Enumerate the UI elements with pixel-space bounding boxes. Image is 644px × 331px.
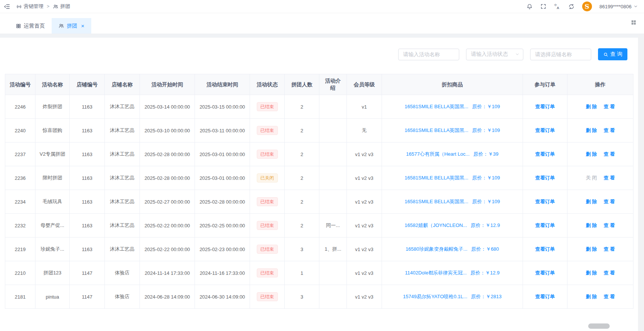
status-badge: 已结束 (257, 102, 278, 112)
cell-activity-id: 2246 (5, 95, 35, 119)
grid-icon (16, 23, 21, 29)
cell-actions: 删 除查 看 (567, 285, 633, 309)
cell-end-time: 2025-02-23 00:00:00 (195, 238, 250, 261)
close-tab-icon[interactable]: × (81, 23, 84, 29)
search-button[interactable]: 查 询 (598, 48, 627, 60)
chevron-down-icon (633, 4, 638, 9)
breadcrumb-separator: > (47, 4, 49, 9)
cell-orders: 查看订单 (523, 119, 567, 143)
cell-actions: 删 除查 看 (567, 214, 633, 238)
cell-activity-id: 2232 (5, 214, 35, 238)
delete-button[interactable]: 删 除 (586, 151, 597, 157)
collapse-sidebar-icon[interactable] (4, 3, 10, 10)
col-member-level: 会员等级 (347, 74, 382, 95)
table-row: 2234 毛绒玩具 1163 沐沐工艺品 2025-02-27 00:00:00… (5, 190, 633, 214)
scrollbar-thumb[interactable] (588, 323, 610, 329)
view-button[interactable]: 查 看 (604, 246, 615, 252)
cell-activity-name: V2专属拼团 (35, 143, 70, 166)
cell-status: 已结束 (250, 238, 285, 261)
view-orders-link[interactable]: 查看订单 (535, 294, 555, 299)
delete-button[interactable]: 删 除 (586, 294, 597, 299)
shop-name-input[interactable] (530, 49, 591, 60)
cell-intro (319, 285, 347, 309)
cell-shop-id: 1163 (70, 214, 105, 238)
view-button[interactable]: 查 看 (604, 127, 615, 133)
status-badge: 已结束 (257, 197, 278, 207)
close-button[interactable]: 关 闭 (586, 175, 597, 181)
product-link[interactable]: 16581SMILE BELLA英国黑...原价：￥109 (405, 127, 500, 133)
cell-intro (319, 166, 347, 190)
user-menu[interactable]: 86199****0806 (600, 4, 638, 9)
cell-activity-id: 2181 (5, 285, 35, 309)
view-orders-link[interactable]: 查看订单 (535, 175, 555, 181)
view-orders-link[interactable]: 查看订单 (535, 270, 555, 276)
apps-grid-icon[interactable] (631, 20, 636, 25)
delete-button[interactable]: 删 除 (586, 199, 597, 204)
status-badge: 已结束 (257, 150, 278, 159)
cell-end-time: 2025-02-28 00:00:00 (195, 190, 250, 214)
col-shop-id: 店铺编号 (70, 74, 105, 95)
cell-end-time: 2025-02-25 00:00:00 (195, 214, 250, 238)
view-orders-link[interactable]: 查看订单 (535, 151, 555, 157)
delete-button[interactable]: 删 除 (586, 270, 597, 276)
view-orders-link[interactable]: 查看订单 (535, 104, 555, 109)
refresh-icon[interactable] (568, 3, 575, 10)
cell-activity-name: 拼团123 (35, 261, 70, 285)
product-link[interactable]: 11402Dole都乐菲律宾无冠...原价：￥12.9 (405, 270, 500, 276)
view-button[interactable]: 查 看 (604, 294, 615, 299)
col-activity-id: 活动编号 (5, 74, 35, 95)
activity-name-input[interactable] (398, 49, 459, 60)
cell-start-time: 2025-02-28 00:00:00 (140, 143, 195, 166)
status-badge: 已结束 (257, 268, 278, 278)
cell-activity-id: 2234 (5, 190, 35, 214)
cell-people-count: 2 (285, 95, 319, 119)
view-button[interactable]: 查 看 (604, 270, 615, 276)
vertical-scrollbar-track[interactable] (638, 34, 644, 331)
delete-button[interactable]: 删 除 (586, 127, 597, 133)
view-orders-link[interactable]: 查看订单 (535, 127, 555, 133)
product-link[interactable]: 15749易尔拓YATO喷枪0.1L...原价：￥2813 (403, 294, 501, 299)
cell-people-count: 2 (285, 214, 319, 238)
cell-status: 已结束 (250, 261, 285, 285)
cell-orders: 查看订单 (523, 261, 567, 285)
cell-start-time: 2025-02-22 00:00:00 (140, 214, 195, 238)
view-orders-link[interactable]: 查看订单 (535, 199, 555, 204)
view-orders-link[interactable]: 查看订单 (535, 222, 555, 228)
cell-activity-name: pintua (35, 285, 70, 309)
product-link[interactable]: 16580珍妮象变身戴帽兔子...原价：￥680 (406, 246, 499, 252)
cell-member-level: v1 (347, 95, 382, 119)
view-button[interactable]: 查 看 (604, 222, 615, 228)
translate-icon[interactable]: 中A (554, 3, 561, 10)
col-status: 活动状态 (250, 74, 285, 95)
cell-shop-id: 1147 (70, 261, 105, 285)
tab-group-buy[interactable]: 拼团 × (52, 18, 91, 34)
cell-shop-id: 1163 (70, 119, 105, 143)
notification-bell-icon[interactable] (526, 3, 533, 10)
cell-activity-id: 2236 (5, 166, 35, 190)
delete-button[interactable]: 删 除 (586, 246, 597, 252)
breadcrumb-page[interactable]: 拼团 (53, 3, 70, 10)
breadcrumb-section[interactable]: 营销管理 (16, 3, 43, 10)
view-orders-link[interactable]: 查看订单 (535, 246, 555, 252)
product-link[interactable]: 16577心有所属（Heart Loc...原价：￥39 (406, 151, 498, 157)
cell-shop-name: 沐沐工艺品 (105, 119, 140, 143)
view-button[interactable]: 查 看 (604, 151, 615, 157)
activity-status-select[interactable]: 请输入活动状态 (466, 49, 523, 60)
product-link[interactable]: 16581SMILE BELLA英国黑...原价：￥109 (405, 104, 500, 109)
tab-group-buy-label: 拼团 (67, 23, 77, 29)
view-button[interactable]: 查 看 (604, 104, 615, 109)
fullscreen-icon[interactable] (540, 3, 546, 9)
cell-discount-product: 16582婧麒（JOYNCLEON...原价：￥12.9 (382, 214, 523, 238)
view-button[interactable]: 查 看 (604, 199, 615, 204)
cell-member-level: v1 v2 v3 (347, 190, 382, 214)
delete-button[interactable]: 删 除 (586, 104, 597, 109)
view-button[interactable]: 查 看 (604, 175, 615, 181)
svg-text:A: A (557, 6, 559, 10)
product-link[interactable]: 16581SMILE BELLA英国黑...原价：￥109 (405, 175, 500, 181)
tab-operations-home[interactable]: 运营首页 (9, 18, 52, 34)
cell-orders: 查看订单 (523, 214, 567, 238)
product-link[interactable]: 16581SMILE BELLA英国黑...原价：￥109 (405, 199, 500, 204)
product-link[interactable]: 16582婧麒（JOYNCLEON...原价：￥12.9 (405, 222, 500, 228)
cell-end-time: 2024-11-16 17:33:00 (195, 261, 250, 285)
delete-button[interactable]: 删 除 (586, 222, 597, 228)
